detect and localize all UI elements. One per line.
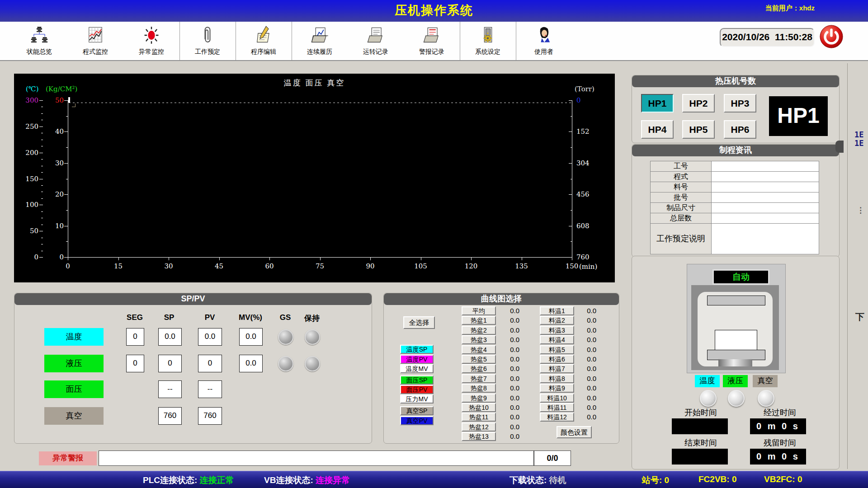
hotplate-value: 0.0 [492,432,519,441]
curve-legend-button[interactable]: 真空SP [400,406,434,415]
curve-legend-button[interactable]: 面压PV [400,385,434,394]
toolbar-item-system-setting[interactable]: 系统设定 [460,23,516,59]
curve-legend-button[interactable]: 面压SP [400,375,434,385]
hotplate-curve-button[interactable]: 热盆2 [462,326,496,335]
temperature-axis-tick: 100 [15,201,38,209]
time-label: 经过时间 [759,407,801,418]
pressure-axis-tick: 0 [41,253,64,261]
curve-legend-button[interactable]: 温度SP [400,345,434,354]
curve-legend-button[interactable]: 温度MV [400,364,434,373]
status-item-value: 0 [795,474,802,484]
hotplate-value: 0.0 [492,394,519,403]
time-display: 0 m 0 s [750,418,806,434]
process-field-label: 工号 [650,161,712,172]
toolbar-item-label: 异常监控 [123,48,179,56]
x-axis-tick: 90 [361,262,379,270]
material-temp-value: 0.0 [569,384,596,393]
clipped-text-fragment: 1E [854,139,863,148]
sppv-row-label-1: 温度 [44,328,104,346]
toolbar-item-work-schedule[interactable]: 工作预定 [179,23,236,59]
chart-axis-line [39,127,43,127]
toolbar-item-label: 工作预定 [179,48,236,56]
hotplate-curve-button[interactable]: 热盆12 [462,422,496,432]
status-item: FC2VB: 0 [698,474,736,484]
hp-button-hp5[interactable]: HP5 [682,120,715,139]
mv-value: 0.0 [239,328,263,346]
chart-axis-line [41,251,43,251]
program-edit-icon [236,23,292,47]
hotplate-curve-button[interactable]: 热盆1 [462,316,496,325]
hp-button-hp4[interactable]: HP4 [641,120,674,139]
status-item-label: VB连接状态: [264,475,313,485]
machine-indicator-label: 温度 [695,375,720,387]
chart-axis-line [64,257,68,258]
toolbar-item-label: 程式监控 [67,48,123,56]
hotplate-curve-button[interactable]: 平均 [462,306,496,315]
machine-indicator-lamp [758,390,774,407]
chart-cursor-marker[interactable] [68,97,70,103]
hotplate-curve-button[interactable]: 热盆13 [462,432,496,441]
chart-axis-line [41,185,43,186]
datetime-display: 2020/10/26 11:50:28 [720,28,815,47]
toolbar-item-abnormal-monitor[interactable]: 异常监控 [123,23,179,59]
toolbar-item-status-overview[interactable]: 状能总览 [11,23,67,59]
clipped-text-fragment: ⋮ [857,206,864,215]
hotplate-curve-button[interactable]: 热盆4 [462,345,496,354]
process-info-panel: 制程资讯 工号程式料号批号制品尺寸总层数工作预定说明 [632,144,840,257]
sp-value: -- [158,380,182,398]
toolbar-item-continuous-history[interactable]: 连续履历 [292,23,348,59]
toolbar-item-alarm-record[interactable]: 警报记录 [404,23,460,59]
hotplate-curve-button[interactable]: 热盆5 [462,355,496,364]
toolbar-item-program-monitor[interactable]: 程式监控 [67,23,123,59]
hotplate-curve-button[interactable]: 热盆3 [462,335,496,344]
color-setting-button[interactable]: 颜色设置 [557,426,592,438]
power-button[interactable] [819,24,844,49]
process-field-label: 制品尺寸 [650,202,712,213]
app-title: 压机操作系统 [0,0,868,21]
chart-axis-line [572,100,572,258]
select-all-button[interactable]: 全选择 [403,316,435,329]
sppv-panel-title: SP/PV [14,293,372,305]
hotplate-curve-button[interactable]: 热盆9 [462,394,496,403]
toolbar-item-label: 使用者 [516,48,572,56]
gs-indicator [278,329,293,345]
toolbar-item-program-edit[interactable]: 程序编辑 [236,23,292,59]
press-bottom-platen [707,350,765,360]
pv-value: 0.0 [198,328,222,346]
machine-indicator-label: 液压 [723,375,748,387]
hotplate-curve-button[interactable]: 热盆11 [462,413,496,422]
hotplate-curve-button[interactable]: 热盆7 [462,374,496,383]
right-edge-divider [847,63,848,469]
chart-axis-line [64,194,68,195]
hotplate-curve-button[interactable]: 热盆10 [462,403,496,412]
operation-record-icon [348,23,404,47]
hp-button-hp6[interactable]: HP6 [724,120,756,139]
chart-axis-line [421,257,421,260]
pressure-axis-tick: 30 [41,159,64,167]
curve-legend-button[interactable]: 真空PV [400,416,434,425]
status-item: 站号: 0 [642,474,669,486]
hotplate-curve-button[interactable]: 热盆6 [462,364,496,373]
chart-axis-line [41,211,43,212]
material-temp-value: 0.0 [569,355,596,364]
press-cylinder [718,359,752,366]
x-axis-tick: 75 [311,262,329,270]
work-schedule-note-label: 工作预定说明 [650,223,712,254]
chart-axis-line [39,205,43,205]
chart-axis-line [118,257,119,260]
hotplate-value: 0.0 [492,316,519,325]
hp-button-hp1[interactable]: HP1 [641,94,674,113]
machine-indicator-lamp [728,390,745,407]
chart-axis-line [522,257,522,260]
curve-legend-button[interactable]: 压力MV [400,394,434,404]
hp-button-hp2[interactable]: HP2 [682,94,715,113]
pressure-axis-tick: 40 [41,127,64,136]
toolbar-item-user[interactable]: 使用者 [516,23,572,59]
hp-button-hp3[interactable]: HP3 [724,94,756,113]
hotplate-curve-button[interactable]: 热盆8 [462,384,496,393]
curve-legend-button[interactable]: 温度PV [400,355,434,364]
x-axis-tick: 30 [160,262,178,270]
toolbar-item-operation-record[interactable]: 运转记录 [348,23,404,59]
alarm-record-icon [404,23,460,47]
hotplate-value: 0.0 [492,364,519,373]
